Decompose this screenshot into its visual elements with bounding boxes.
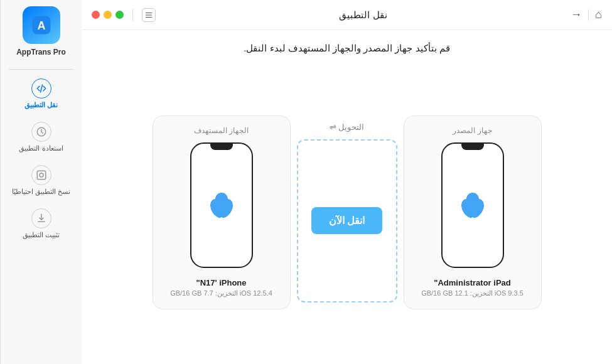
install-app-icon [31,208,51,228]
source-device-info: iOS 9.3.5 التخزين: 12.1 GB/16 GB [421,289,523,297]
forward-button[interactable]: → [571,8,582,21]
transfer-center: التحويل ⇌ انقل الآن [291,122,404,302]
sidebar-item-backup-label: نسخ التطبيق احتياطيًا [12,188,70,196]
sidebar-divider [9,69,73,70]
titlebar: نقل التطبيق → ⌂ [82,0,612,30]
svg-rect-7 [146,16,153,17]
transfer-now-button[interactable]: انقل الآن [311,207,382,234]
sidebar-item-restore-app[interactable]: استعادة التطبيق [1,115,82,159]
source-apple-logo [454,186,491,224]
svg-text:A: A [37,19,45,32]
transfer-area: الجهاز المستهدف [82,60,612,364]
sidebar-item-transfer-label: نقل التطبيق [24,101,58,109]
transfer-app-icon [31,78,51,99]
target-phone-body [190,142,253,268]
target-device-info: iOS 12.5.4 التخزين: 7.7 GB/16 GB [170,289,272,297]
sidebar-item-restore-label: استعادة التطبيق [19,144,63,153]
source-phone-body [441,142,504,268]
minimize-button[interactable] [104,11,112,19]
nav-divider [588,9,589,21]
transfer-label: التحويل ⇌ [330,122,365,132]
target-device-name: N17' iPhone" [196,278,246,287]
target-device-card: الجهاز المستهدف [153,115,291,309]
window-title: نقل التطبيق [339,9,387,21]
phone-notch-target [210,144,233,150]
window-controls [92,8,156,22]
app-icon: A [23,6,60,44]
target-device-label: الجهاز المستهدف [194,126,249,135]
source-device-card: جهاز المصدر [404,115,542,309]
sidebar: A AppTrans Pro نقل التطبيق استعادة التطب… [0,0,82,364]
svg-rect-3 [37,171,46,179]
svg-point-4 [40,173,43,177]
sidebar-item-transfer-app[interactable]: نقل التطبيق [1,72,82,115]
target-phone-illustration [184,142,259,268]
sidebar-item-install-label: تثبيت التطبيق [23,231,60,239]
sidebar-item-install-app[interactable]: تثبيت التطبيق [1,202,82,245]
controls-separator [132,9,133,21]
menu-icon[interactable] [142,8,156,22]
main-content: نقل التطبيق → ⌂ قم بتأكيد جهاز المصدر وا… [82,0,612,364]
backup-app-icon [31,165,51,185]
titlebar-nav: → ⌂ [571,8,602,21]
maximize-button[interactable] [115,11,124,19]
sidebar-item-backup-app[interactable]: نسخ التطبيق احتياطيًا [1,159,82,202]
target-apple-logo [203,186,240,224]
source-device-label: جهاز المصدر [453,126,491,135]
svg-rect-6 [146,14,153,15]
restore-app-icon [31,122,51,142]
home-button[interactable]: ⌂ [595,8,602,21]
close-button[interactable] [92,11,100,19]
transfer-dashed-box: انقل الآن [297,139,397,302]
app-name: AppTrans Pro [16,48,66,56]
app-logo: A AppTrans Pro [16,6,66,56]
source-device-name: Administrator iPad" [434,278,510,287]
page-subtitle: قم بتأكيد جهاز المصدر والجهاز المستهدف ل… [82,30,612,60]
phone-notch-source [461,144,484,150]
svg-rect-5 [146,12,153,13]
source-phone-illustration [435,142,510,268]
